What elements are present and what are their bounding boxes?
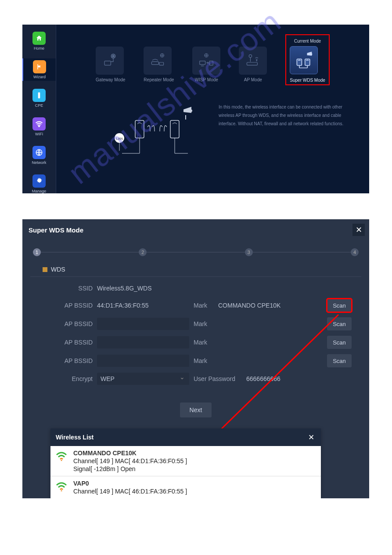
ap-icon xyxy=(239,47,267,75)
section-marker-icon xyxy=(43,267,47,272)
wireless-item-name: VAP0 xyxy=(73,480,187,487)
svg-rect-13 xyxy=(247,62,258,65)
svg-point-14 xyxy=(256,60,257,61)
mark-label: Mark xyxy=(194,339,214,346)
mode-label: Super WDS Mode xyxy=(290,78,325,83)
scan-button-1[interactable]: Scan xyxy=(327,299,352,312)
svg-point-20 xyxy=(190,109,192,112)
svg-rect-8 xyxy=(159,62,164,65)
wireless-item-meta: Signal[ -12dBm ] Open xyxy=(73,465,187,472)
mode-row: Gateway Mode Repeater Mode WISP Mode AP … xyxy=(56,25,369,85)
sidebar-item-wifi[interactable]: WiFi xyxy=(22,116,56,138)
mode-diagram: LAN xyxy=(113,103,205,160)
flag-icon xyxy=(33,60,46,73)
wireless-list-close-button[interactable]: ✕ xyxy=(306,432,316,443)
mark-label: Mark xyxy=(194,302,214,309)
sidebar-item-wizard[interactable]: Wizard xyxy=(22,58,56,81)
scan-button-2[interactable]: Scan xyxy=(327,317,352,330)
password-label: User Password xyxy=(194,375,242,382)
superwds-icon xyxy=(290,46,318,74)
repeater-icon xyxy=(144,47,172,75)
current-mode-label: Current Mode xyxy=(290,39,325,44)
bssid-label: AP BSSID xyxy=(40,302,93,309)
wisp-icon xyxy=(192,47,220,75)
mode-description: In this mode, the wireless interface can… xyxy=(219,103,352,160)
svg-rect-0 xyxy=(38,92,40,98)
sidebar-label: Wizard xyxy=(33,75,46,79)
sidebar-label: Network xyxy=(32,160,46,165)
encrypt-select[interactable]: WEP xyxy=(97,373,189,385)
encrypt-label: Encrypt xyxy=(40,375,93,382)
bssid-input-1[interactable]: 44:D1:FA:36:F0:55 xyxy=(97,300,189,311)
bssid-input-2[interactable] xyxy=(97,318,189,330)
mark-input-1[interactable]: COMMANDO CPE10K xyxy=(218,302,297,309)
sidebar: Home Wizard CPE WiFi Network xyxy=(22,25,56,193)
sidebar-item-home[interactable]: Home xyxy=(22,30,56,52)
mode-wisp[interactable]: WISP Mode xyxy=(192,47,220,85)
step-2: 2 xyxy=(139,248,147,256)
mode-ap[interactable]: AP Mode xyxy=(239,47,267,85)
modal-title: Super WDS Mode xyxy=(29,226,83,234)
mode-label: WISP Mode xyxy=(192,77,220,82)
sidebar-item-manage[interactable]: Manage xyxy=(22,173,56,195)
mark-label: Mark xyxy=(194,320,214,327)
mode-superwds[interactable]: Current Mode Super WDS Mode xyxy=(285,34,330,85)
sidebar-item-network[interactable]: Network xyxy=(22,144,56,167)
modal-close-button[interactable]: ✕ xyxy=(352,224,365,236)
wds-form: SSID Wireless5.8G_WDS AP BSSID 44:D1:FA:… xyxy=(22,277,369,385)
bssid-label: AP BSSID xyxy=(40,320,93,327)
close-icon: ✕ xyxy=(308,433,314,442)
superwds-modal: Super WDS Mode ✕ 1 2 3 4 WDS SSID Wirele… xyxy=(22,219,369,498)
wireless-item-name: COMMANDO CPE10K xyxy=(73,450,187,457)
step-1: 1 xyxy=(33,248,41,256)
wizard-main: Gateway Mode Repeater Mode WISP Mode AP … xyxy=(56,25,369,193)
ssid-label: SSID xyxy=(40,285,93,292)
cpe-icon xyxy=(32,89,46,102)
svg-point-1 xyxy=(39,126,40,127)
wireless-list-title: Wireless List xyxy=(56,434,94,441)
close-icon: ✕ xyxy=(356,225,362,235)
sidebar-label: CPE xyxy=(35,103,43,108)
svg-point-15 xyxy=(310,53,312,55)
gear-icon xyxy=(32,174,46,188)
wireless-item-meta: Channel[ 149 ] MAC[ 46:D1:FA:36:F0:55 ] xyxy=(73,488,187,495)
mode-label: Gateway Mode xyxy=(96,77,125,82)
mode-gateway[interactable]: Gateway Mode xyxy=(96,47,125,85)
svg-rect-5 xyxy=(104,61,111,65)
next-button[interactable]: Next xyxy=(180,403,212,417)
wireless-list-item[interactable]: VAP0 Channel[ 149 ] MAC[ 46:D1:FA:36:F0:… xyxy=(50,476,321,498)
sidebar-item-cpe[interactable]: CPE xyxy=(22,87,56,109)
wizard-mode-panel: Home Wizard CPE WiFi Network xyxy=(22,25,369,193)
home-icon xyxy=(32,32,46,45)
step-indicator: 1 2 3 4 xyxy=(22,240,369,266)
wifi-signal-icon xyxy=(56,480,68,493)
svg-rect-7 xyxy=(152,62,159,64)
wireless-list-item[interactable]: COMMANDO CPE10K Channel[ 149 ] MAC[ 44:D… xyxy=(50,446,321,476)
svg-point-24 xyxy=(61,460,62,461)
ssid-input[interactable]: Wireless5.8G_WDS xyxy=(97,283,189,294)
bssid-input-4[interactable] xyxy=(97,355,189,367)
scan-button-3[interactable]: Scan xyxy=(327,336,352,349)
wireless-item-meta: Channel[ 149 ] MAC[ 44:D1:FA:36:F0:55 ] xyxy=(73,457,187,464)
step-3: 3 xyxy=(245,248,253,256)
svg-rect-11 xyxy=(209,61,213,65)
bssid-input-3[interactable] xyxy=(97,336,189,348)
svg-point-25 xyxy=(61,490,62,492)
globe-icon xyxy=(32,146,46,159)
wifi-signal-icon xyxy=(56,450,68,463)
mode-label: Repeater Mode xyxy=(144,77,174,82)
mode-label: AP Mode xyxy=(239,77,267,82)
svg-rect-10 xyxy=(200,61,205,65)
section-label: WDS xyxy=(51,266,65,273)
scan-button-4[interactable]: Scan xyxy=(327,354,352,367)
bssid-label: AP BSSID xyxy=(40,357,93,364)
svg-point-12 xyxy=(249,54,252,57)
password-input[interactable]: 6666666666 xyxy=(246,375,325,382)
wireless-list-popup: Wireless List ✕ COMMANDO CPE10K Channel[… xyxy=(50,428,321,498)
gateway-icon xyxy=(96,47,124,75)
bssid-label: AP BSSID xyxy=(40,339,93,346)
mode-repeater[interactable]: Repeater Mode xyxy=(144,47,174,85)
step-4: 4 xyxy=(351,248,359,256)
sidebar-label: Manage xyxy=(32,189,47,193)
sidebar-label: Home xyxy=(34,46,44,51)
